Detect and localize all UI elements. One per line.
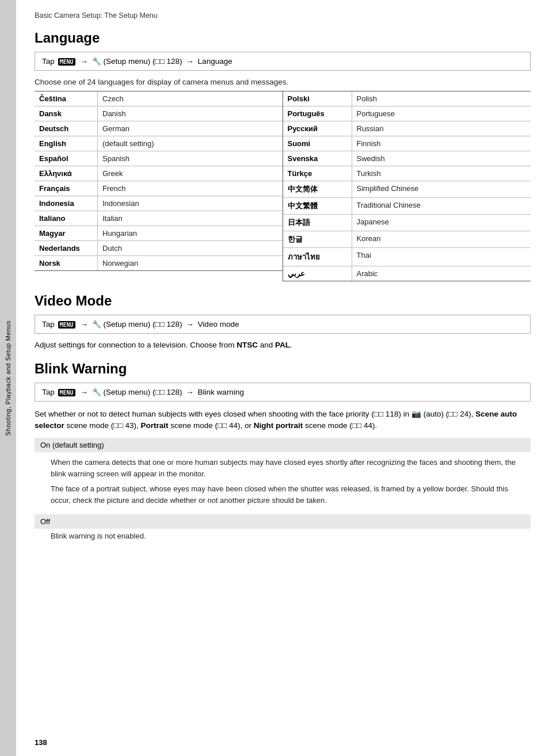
list-item: NederlandsDutch	[35, 241, 283, 256]
lang-english: Indonesian	[98, 196, 283, 211]
lang-native: Indonesia	[35, 196, 98, 211]
list-item: РусскийRussian	[283, 121, 531, 136]
menu-icon: MENU	[58, 321, 75, 329]
lang-native: Deutsch	[35, 121, 98, 136]
pal-label: PAL	[275, 341, 290, 349]
list-item: IndonesiaIndonesian	[35, 196, 283, 211]
menu-icon: MENU	[58, 389, 75, 396]
language-title: Language	[35, 30, 531, 46]
lang-native: 한글	[283, 231, 352, 247]
list-item: ČeštinaCzech	[35, 91, 283, 106]
lang-native: ภาษาไทย	[283, 248, 352, 266]
lang-native: 中文繁體	[283, 198, 352, 214]
lang-native: Español	[35, 151, 98, 166]
lang-native: Türkçe	[283, 166, 352, 181]
nav-setup-menu: (Setup menu)	[103, 57, 150, 66]
lang-english: German	[98, 121, 283, 136]
lang-english: Spanish	[98, 151, 283, 166]
language-description: Choose one of 24 languages for display o…	[35, 78, 531, 86]
nav-setup-menu: (Setup menu)	[103, 320, 150, 329]
lang-english: Simplified Chinese	[352, 181, 531, 197]
list-item: English(default setting)	[35, 136, 283, 151]
video-mode-description: Adjust settings for connection to a tele…	[35, 341, 531, 349]
lang-native: Magyar	[35, 226, 98, 240]
lang-native: 中文简体	[283, 181, 352, 197]
video-and: and	[258, 341, 275, 349]
lang-english: Hungarian	[98, 226, 283, 240]
list-item: SvenskaSwedish	[283, 151, 531, 166]
list-item: 中文简体Simplified Chinese	[283, 181, 531, 198]
lang-english: Thai	[352, 248, 531, 266]
lang-english: (default setting)	[98, 136, 283, 151]
nav-arrow1: →	[80, 57, 88, 66]
lang-english: Finnish	[352, 136, 531, 151]
on-label: On (default setting)	[40, 441, 104, 449]
lang-english: Greek	[98, 166, 283, 181]
lang-native: English	[35, 136, 98, 151]
main-content: Basic Camera Setup: The Setup Menu Langu…	[16, 0, 549, 756]
lang-native: عربي	[283, 266, 352, 281]
wrench-icon: 🔧	[92, 57, 101, 66]
list-item: 中文繁體Traditional Chinese	[283, 198, 531, 215]
list-item: DeutschGerman	[35, 121, 283, 136]
portrait-label: Portrait	[140, 421, 168, 430]
nav-setup-menu: (Setup menu)	[103, 388, 150, 396]
list-item: ΕλληνικάGreek	[35, 166, 283, 181]
nav-arrow2: →	[186, 320, 194, 329]
off-label: Off	[40, 517, 50, 526]
nav-page-ref: (□□ 128)	[152, 388, 182, 396]
lang-native: Português	[283, 106, 352, 121]
video-period: .	[290, 341, 292, 349]
list-item: FrançaisFrench	[35, 181, 283, 196]
side-tab-label: Shooting, Playback and Setup Menus	[5, 320, 12, 436]
nav-arrow1: →	[80, 388, 88, 396]
lang-english: Russian	[352, 121, 531, 136]
lang-english: Norwegian	[98, 256, 283, 270]
side-tab: Shooting, Playback and Setup Menus	[0, 0, 16, 756]
lang-native: Ελληνικά	[35, 166, 98, 181]
nav-page-ref: (□□ 128)	[152, 57, 182, 66]
night-portrait-label: Night portrait	[254, 421, 303, 430]
list-item: PortuguêsPortuguese	[283, 106, 531, 121]
page-number: 138	[35, 738, 47, 747]
video-mode-nav-box: Tap MENU → 🔧 (Setup menu) (□□ 128) → Vid…	[35, 315, 531, 334]
breadcrumb: Basic Camera Setup: The Setup Menu	[35, 12, 531, 20]
list-item: TürkçeTurkish	[283, 166, 531, 181]
lang-native: Français	[35, 181, 98, 196]
blink-off-detail: Blink warning is not enabled.	[35, 529, 531, 543]
list-item: DanskDanish	[35, 106, 283, 121]
lang-english: Traditional Chinese	[352, 198, 531, 214]
blink-warning-section: Blink Warning Tap MENU → 🔧 (Setup menu) …	[35, 361, 531, 543]
list-item: PolskiPolish	[283, 91, 531, 106]
blink-warning-title: Blink Warning	[35, 361, 531, 377]
on-detail-2: The face of a portrait subject, whose ey…	[51, 483, 525, 506]
nav-destination: Language	[198, 57, 232, 66]
page-wrapper: Shooting, Playback and Setup Menus Basic…	[0, 0, 549, 756]
nav-arrow2: →	[186, 388, 194, 396]
video-mode-title: Video Mode	[35, 293, 531, 309]
lang-right-col: PolskiPolish PortuguêsPortuguese Русский…	[283, 91, 531, 281]
list-item: EspañolSpanish	[35, 151, 283, 166]
blink-off-setting: Off	[35, 514, 531, 529]
menu-icon: MENU	[58, 58, 75, 66]
list-item: ItalianoItalian	[35, 211, 283, 226]
language-nav-box: Tap MENU → 🔧 (Setup menu) (□□ 128) → Lan…	[35, 52, 531, 71]
list-item: عربيArabic	[283, 266, 531, 281]
list-item: 日本語Japanese	[283, 215, 531, 231]
nav-destination: Blink warning	[198, 388, 244, 396]
ntsc-label: NTSC	[237, 341, 258, 349]
lang-native: Italiano	[35, 211, 98, 226]
lang-english: Korean	[352, 231, 531, 247]
lang-native: Nederlands	[35, 241, 98, 255]
lang-native: Polski	[283, 91, 352, 106]
lang-native: Čeština	[35, 91, 98, 106]
wrench-icon: 🔧	[92, 388, 101, 396]
list-item: SuomiFinnish	[283, 136, 531, 151]
lang-native: Dansk	[35, 106, 98, 121]
lang-native: Norsk	[35, 256, 98, 270]
list-item: MagyarHungarian	[35, 226, 283, 241]
video-mode-section: Video Mode Tap MENU → 🔧 (Setup menu) (□□…	[35, 293, 531, 349]
nav-arrow1: →	[80, 320, 88, 329]
lang-english: Italian	[98, 211, 283, 226]
list-item: 한글Korean	[283, 231, 531, 248]
